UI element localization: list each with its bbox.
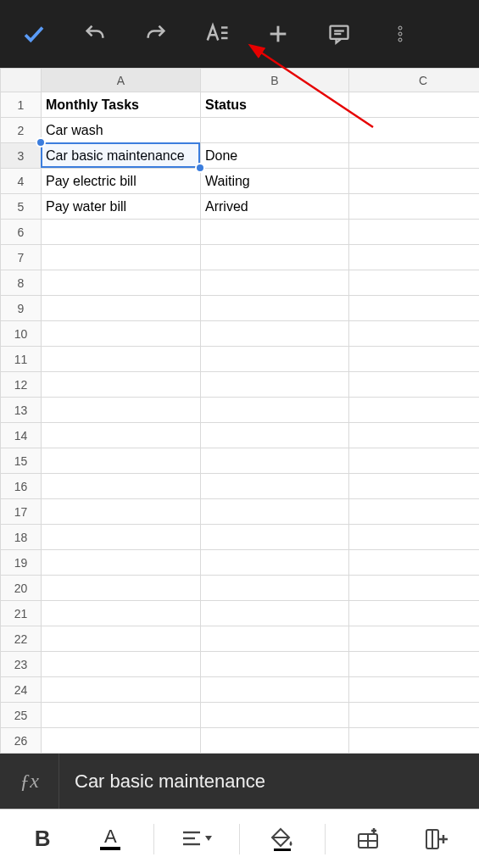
cell[interactable] [349,347,480,372]
text-color-button[interactable]: A [85,818,136,860]
cell[interactable]: Status [201,92,349,118]
cell[interactable] [349,118,480,143]
cell[interactable] [349,321,480,347]
cell[interactable] [42,652,201,677]
row-header[interactable]: 1 [1,92,42,118]
cell[interactable] [42,220,201,245]
cell[interactable] [42,550,201,576]
row-header[interactable]: 17 [1,499,42,525]
cell[interactable] [201,423,349,448]
redo-button[interactable] [142,20,170,47]
row-header[interactable]: 19 [1,550,42,576]
cell[interactable]: Pay electric bill [42,169,201,194]
row-header[interactable]: 23 [1,652,42,677]
cell[interactable] [349,703,480,728]
cell[interactable] [349,423,480,448]
row-header[interactable]: 5 [1,194,42,220]
cell[interactable] [349,499,480,525]
cell[interactable] [201,398,349,423]
cell[interactable] [349,220,480,245]
cell[interactable] [349,270,480,296]
cell[interactable] [42,321,201,347]
cell[interactable]: Waiting [201,169,349,194]
row-header[interactable]: 14 [1,423,42,448]
cell[interactable] [201,652,349,677]
undo-button[interactable] [81,20,109,47]
cell[interactable] [201,499,349,525]
cell[interactable] [42,703,201,728]
cell[interactable] [349,474,480,499]
col-header-a[interactable]: A [42,69,201,92]
cell[interactable] [349,652,480,677]
cell[interactable] [201,525,349,550]
cell[interactable] [349,677,480,703]
spreadsheet-grid[interactable]: A B C 1Monthly TasksStatus2Car wash3Car … [0,68,479,754]
row-header[interactable]: 8 [1,270,42,296]
cell[interactable] [201,372,349,398]
cell[interactable]: Car wash [42,118,201,143]
cell[interactable] [42,270,201,296]
row-header[interactable]: 12 [1,372,42,398]
add-button[interactable] [265,20,292,47]
cell[interactable] [42,448,201,474]
row-header[interactable]: 2 [1,118,42,143]
cell[interactable] [349,296,480,321]
row-header[interactable]: 15 [1,448,42,474]
cell[interactable] [349,728,480,754]
cell[interactable]: Arrived [201,194,349,220]
cell[interactable] [349,550,480,576]
cell[interactable] [201,448,349,474]
cell[interactable] [201,474,349,499]
col-header-c[interactable]: C [349,69,480,92]
fx-icon[interactable]: ƒx [0,754,59,809]
insert-cells-button[interactable] [343,818,394,860]
row-header[interactable]: 7 [1,245,42,270]
cell[interactable] [201,728,349,754]
cell[interactable] [42,728,201,754]
cell[interactable]: Done [201,143,349,169]
row-header[interactable]: 6 [1,220,42,245]
cell[interactable] [42,626,201,652]
row-header[interactable]: 26 [1,728,42,754]
cell[interactable] [201,550,349,576]
cell[interactable] [42,423,201,448]
cell[interactable] [201,321,349,347]
row-header[interactable]: 10 [1,321,42,347]
cell[interactable] [349,92,480,118]
cell[interactable] [349,143,480,169]
cell[interactable] [42,601,201,626]
cell[interactable] [349,448,480,474]
cell[interactable] [349,245,480,270]
cell[interactable] [42,398,201,423]
cell[interactable] [42,525,201,550]
row-header[interactable]: 18 [1,525,42,550]
cell[interactable] [349,194,480,220]
row-header[interactable]: 11 [1,347,42,372]
cell[interactable] [201,245,349,270]
col-header-b[interactable]: B [201,69,349,92]
cell[interactable] [349,601,480,626]
row-header[interactable]: 25 [1,703,42,728]
cell[interactable] [349,576,480,601]
corner-cell[interactable] [1,69,42,92]
cell[interactable] [42,372,201,398]
row-header[interactable]: 13 [1,398,42,423]
cell[interactable] [349,626,480,652]
cell[interactable] [42,474,201,499]
bold-button[interactable]: B [17,818,68,860]
more-button[interactable] [387,20,414,47]
confirm-button[interactable] [20,20,47,47]
cell[interactable] [42,499,201,525]
cell[interactable] [42,576,201,601]
cell[interactable] [349,169,480,194]
row-header[interactable]: 9 [1,296,42,321]
formula-input[interactable]: Car basic maintenance [59,771,479,793]
row-header[interactable]: 20 [1,576,42,601]
cell[interactable] [42,296,201,321]
cell[interactable] [349,525,480,550]
cell[interactable]: Pay water bill [42,194,201,220]
cell[interactable] [201,677,349,703]
cell[interactable] [201,220,349,245]
cell[interactable] [201,296,349,321]
cell[interactable] [201,601,349,626]
